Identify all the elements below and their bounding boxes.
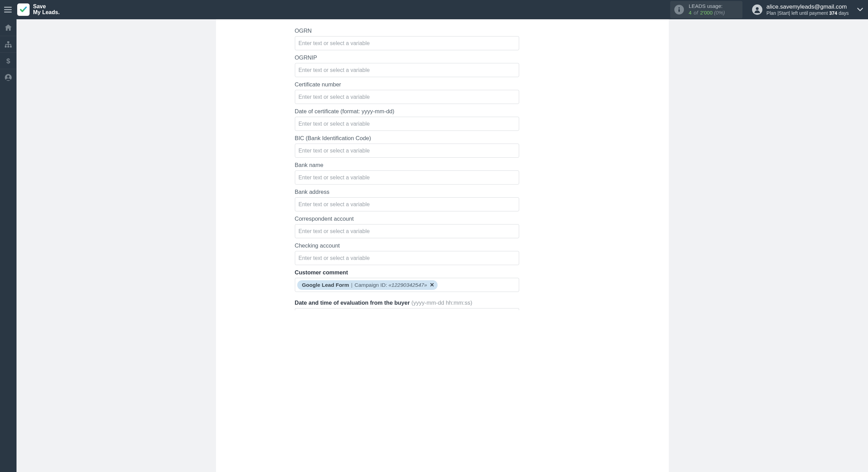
nav-account[interactable] bbox=[0, 69, 17, 85]
textbox-bank_addr[interactable] bbox=[299, 201, 515, 208]
label-cert_date: Date of certificate (format: yyyy-mm-dd) bbox=[295, 108, 669, 115]
svg-rect-8 bbox=[8, 46, 9, 48]
svg-point-12 bbox=[7, 75, 9, 77]
chip-field-label: Campaign ID: bbox=[354, 282, 387, 288]
svg-rect-7 bbox=[5, 46, 7, 48]
svg-rect-6 bbox=[7, 41, 9, 43]
input-bank_addr[interactable] bbox=[295, 197, 519, 211]
input-ogrn[interactable] bbox=[295, 36, 519, 50]
row-bank_addr: Bank address bbox=[216, 189, 669, 211]
textbox-cert_date[interactable] bbox=[299, 121, 515, 127]
svg-rect-9 bbox=[10, 46, 12, 48]
row-customer-comment: Customer comment Google Lead Form | Camp… bbox=[216, 269, 669, 292]
input-cert_date[interactable] bbox=[295, 117, 519, 131]
label-bank_addr: Bank address bbox=[295, 189, 669, 195]
account-section[interactable]: alice.savemyleads@gmail.com Plan |Start|… bbox=[752, 3, 849, 17]
nav-billing[interactable]: $ bbox=[0, 52, 17, 69]
sitemap-icon bbox=[4, 41, 12, 48]
row-ogrnip: OGRNIP bbox=[216, 54, 669, 77]
top-navbar: Save My Leads. LEADS usage: 4 of 2'000 (… bbox=[0, 0, 868, 19]
svg-rect-4 bbox=[678, 9, 680, 12]
label-corr_acct: Correspondent account bbox=[295, 216, 669, 222]
label-bank_name: Bank name bbox=[295, 162, 669, 168]
checkmark-icon bbox=[19, 6, 28, 14]
form-card: OGRNOGRNIPCertificate numberDate of cert… bbox=[216, 19, 669, 472]
account-email: alice.savemyleads@gmail.com bbox=[767, 3, 849, 10]
hamburger-icon bbox=[4, 7, 12, 13]
user-circle-icon bbox=[4, 74, 12, 81]
row-bic: BIC (Bank Identification Code) bbox=[216, 135, 669, 158]
textbox-cert_num[interactable] bbox=[299, 94, 515, 100]
label-check_acct: Checking account bbox=[295, 242, 669, 249]
nav-connections[interactable] bbox=[0, 36, 17, 52]
variable-chip[interactable]: Google Lead Form | Campaign ID: «1229034… bbox=[297, 280, 438, 290]
avatar-icon bbox=[752, 4, 762, 15]
menu-toggle[interactable] bbox=[2, 4, 14, 15]
brand-name: Save My Leads. bbox=[33, 4, 60, 15]
chip-value: «12290342547» bbox=[388, 282, 427, 288]
textbox-bic[interactable] bbox=[299, 148, 515, 154]
dollar-icon: $ bbox=[6, 57, 11, 65]
textbox-corr_acct[interactable] bbox=[299, 228, 515, 234]
row-cert_date: Date of certificate (format: yyyy-mm-dd) bbox=[216, 108, 669, 131]
brand-logo[interactable] bbox=[17, 3, 30, 16]
svg-text:$: $ bbox=[6, 57, 10, 65]
input-eval-datetime[interactable] bbox=[295, 308, 519, 310]
input-bic[interactable] bbox=[295, 144, 519, 158]
input-ogrnip[interactable] bbox=[295, 63, 519, 77]
textbox-check_acct[interactable] bbox=[299, 255, 515, 261]
input-customer-comment[interactable]: Google Lead Form | Campaign ID: «1229034… bbox=[295, 278, 519, 292]
row-ogrn: OGRN bbox=[216, 28, 669, 50]
left-rail: $ bbox=[0, 19, 17, 472]
row-cert_num: Certificate number bbox=[216, 81, 669, 104]
home-icon bbox=[4, 24, 12, 31]
input-corr_acct[interactable] bbox=[295, 224, 519, 238]
label-customer-comment: Customer comment bbox=[295, 269, 669, 276]
leads-usage-box[interactable]: LEADS usage: 4 of 2'000 (0%) bbox=[670, 1, 742, 18]
textbox-ogrn[interactable] bbox=[299, 40, 515, 46]
label-ogrn: OGRN bbox=[295, 28, 669, 34]
account-menu-toggle[interactable] bbox=[857, 8, 863, 12]
svg-point-5 bbox=[756, 7, 759, 10]
label-bic: BIC (Bank Identification Code) bbox=[295, 135, 669, 141]
svg-point-3 bbox=[678, 7, 680, 9]
info-icon bbox=[674, 5, 684, 14]
account-plan: Plan |Start| left until payment 374 days bbox=[767, 10, 849, 17]
row-eval-datetime: Date and time of evaluation from the buy… bbox=[216, 300, 669, 310]
row-check_acct: Checking account bbox=[216, 242, 669, 265]
input-cert_num[interactable] bbox=[295, 90, 519, 104]
textbox-bank_name[interactable] bbox=[299, 175, 515, 181]
label-cert_num: Certificate number bbox=[295, 81, 669, 88]
chip-remove[interactable]: ✕ bbox=[430, 282, 434, 288]
textbox-ogrnip[interactable] bbox=[299, 67, 515, 73]
label-eval-datetime: Date and time of evaluation from the buy… bbox=[295, 300, 669, 306]
chip-source: Google Lead Form bbox=[302, 282, 349, 288]
input-bank_name[interactable] bbox=[295, 170, 519, 185]
row-bank_name: Bank name bbox=[216, 162, 669, 185]
chevron-down-icon bbox=[857, 8, 863, 12]
main-stage: OGRNOGRNIPCertificate numberDate of cert… bbox=[17, 19, 868, 472]
row-corr_acct: Correspondent account bbox=[216, 216, 669, 238]
nav-home[interactable] bbox=[0, 19, 17, 36]
label-ogrnip: OGRNIP bbox=[295, 54, 669, 61]
leads-usage-text: LEADS usage: 4 of 2'000 (0%) bbox=[689, 3, 725, 16]
input-check_acct[interactable] bbox=[295, 251, 519, 265]
